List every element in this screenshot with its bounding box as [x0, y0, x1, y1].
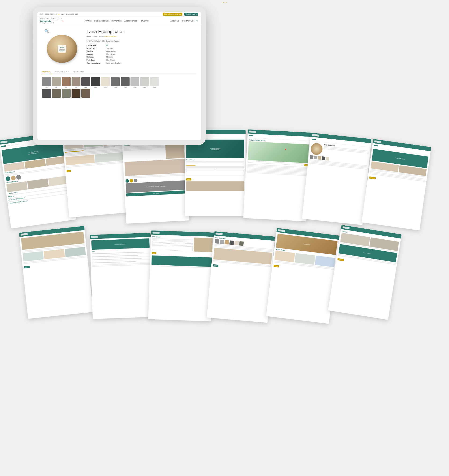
swatch-645[interactable]: #645	[101, 77, 110, 88]
tablet-screen: NZ 0 800 738 998 ● AU 1 800 150 542 Find…	[37, 12, 201, 140]
au-phone: 1 800 150 542	[66, 13, 78, 15]
design-books-chevron: ▾	[108, 20, 109, 22]
tablet-button-volume-up	[32, 33, 33, 40]
page10-side	[193, 238, 213, 257]
swatch-603[interactable]: #603	[131, 77, 139, 88]
page9-hero: Frequently Asked Questions	[91, 238, 150, 250]
swatch-r2-3[interactable]	[62, 89, 71, 98]
spec-approx: Approx: 85m / 92yds	[86, 53, 196, 56]
breadcrumb-sesia[interactable]: Sesia	[98, 35, 103, 37]
swatch-606[interactable]: #606	[150, 77, 159, 88]
tab-retailers[interactable]: RETAILERS	[74, 71, 84, 74]
page12-btn[interactable]: Browse	[274, 265, 279, 268]
retailer-map	[248, 141, 309, 163]
page10-submit[interactable]: Send	[152, 252, 156, 255]
swatch-r2-4-img	[72, 89, 80, 98]
page10-main: Write to us Send	[152, 236, 213, 257]
swatch-52[interactable]: #52	[52, 77, 61, 88]
nav-right: ABOUT US CONTACT US 🔍	[171, 20, 198, 22]
breadcrumb-home[interactable]: Home	[86, 35, 91, 37]
swatch-46[interactable]: #46	[42, 77, 51, 88]
logo-heart: ♥	[62, 20, 63, 22]
nav-accessories-label: ACCESSORIES	[125, 20, 137, 22]
nav-patterns[interactable]: PATTERNS ▾	[112, 20, 122, 22]
top-bar: NZ 0 800 738 998 ● AU 1 800 150 542 Find…	[37, 12, 201, 17]
page8-btn[interactable]: Explore	[24, 266, 30, 268]
tablet-button-volume	[32, 26, 33, 30]
spec-pack: Pack Size: 10 x 50 gms	[86, 59, 196, 62]
tablet-device: NZ 0 800 738 998 ● AU 1 800 150 542 Find…	[33, 7, 206, 145]
page10-teal-section	[152, 255, 212, 267]
yarn-brand: sesia	[59, 46, 65, 48]
swatch-606-label: #606	[153, 86, 156, 88]
swatches-grid: #46 #52 #53 #80 #152	[37, 77, 201, 88]
nav-yarns[interactable]: YARNS ▾	[85, 20, 92, 22]
breadcrumb-yarns[interactable]: Yarns	[93, 35, 97, 37]
swatch-463[interactable]: #463	[121, 77, 130, 88]
tab-design-books[interactable]: DESIGN BOOKS	[55, 71, 69, 74]
swatches-grid-row2	[37, 89, 201, 98]
tension-value: as per pattern	[106, 50, 116, 53]
screenshot-page9: Frequently Asked Questions FAQ	[90, 233, 153, 319]
swatch-46-img	[42, 77, 51, 86]
retailer-login-button[interactable]: Retailer's log in	[184, 13, 198, 16]
swatch-46-label: #46	[45, 86, 47, 88]
print-icon[interactable]: 🖨	[120, 30, 122, 33]
top-bar-contacts: NZ 0 800 738 998 ● AU 1 800 150 542	[40, 13, 78, 15]
nav-yarns-label: YARNS	[85, 20, 91, 22]
swatch-r2-1[interactable]	[42, 89, 51, 98]
nav-contact-us[interactable]: CONTACT US	[182, 20, 193, 22]
search-icon[interactable]: 🔍	[196, 20, 198, 22]
tab-shades[interactable]: SHADES	[42, 71, 50, 74]
ply-label: Ply / Weight:	[86, 44, 105, 47]
needle-label: Needle size:	[86, 47, 105, 50]
product-list-content: We always welcomeyour feedback Get In To…	[185, 138, 245, 192]
swatch-152[interactable]: #152	[81, 77, 90, 88]
logo-subtitle: Knitting New Zealand	[40, 23, 62, 24]
swatch-645-label: #645	[104, 86, 107, 88]
swatch-r2-1-img	[42, 89, 51, 98]
find-retailer-button[interactable]: Find a retailer near you	[163, 13, 182, 16]
breadcrumb: Home / Yarns / Sesia / Lana Ecologica	[86, 35, 196, 37]
yarn-list-btn[interactable]: View	[66, 170, 71, 172]
nav-accessories[interactable]: ACCESSORIES ▾	[125, 20, 138, 22]
share-icon[interactable]: ↗	[124, 30, 125, 33]
product-title: Lana Ecologica 🖨 ↗	[86, 29, 196, 34]
screenshot-about: About Us	[122, 132, 189, 224]
au-label: AU	[62, 13, 64, 15]
screenshot-product-detail: Baby Natural DK	[302, 133, 371, 225]
swatch-461[interactable]: #461	[111, 77, 120, 88]
swatch-463-label: #463	[124, 86, 126, 88]
approx-label: Approx:	[86, 53, 105, 56]
spec-ply: Ply / Weight: 10	[86, 44, 196, 47]
page13-btn[interactable]: Subscribe	[337, 258, 344, 261]
screenshot-retailer: Find your closest retailer Go	[243, 129, 311, 221]
swatch-r2-4[interactable]	[72, 89, 80, 98]
swatch-r2-2[interactable]	[52, 89, 61, 98]
swatch-605[interactable]: #605	[140, 77, 149, 88]
swatch-605-img	[140, 77, 149, 86]
page11-mockup: Yarn Collection View All	[207, 231, 275, 323]
swatch-80[interactable]: #80	[72, 77, 80, 88]
nav-crafts[interactable]: CRAFTS ▾	[141, 20, 149, 22]
page7-btn[interactable]: Shop Now	[369, 176, 376, 180]
swatch-53[interactable]: #53	[62, 77, 71, 88]
nav-about-us[interactable]: ABOUT US	[171, 20, 179, 22]
product-area: 🔍 sesia Pura Lana Ecologica Lana Ecologi…	[37, 25, 201, 68]
top-logo: ~~	[222, 0, 227, 5]
nav-design-books[interactable]: DESIGN BOOKS ▾	[94, 20, 109, 22]
swatch-606-img	[150, 77, 159, 86]
crafts-chevron: ▾	[148, 20, 149, 22]
pack-value: 10 x 50 gms	[106, 59, 115, 62]
screenshot-page13: Patterns Sign up for newsletter	[328, 225, 402, 320]
yarn-subtitle: Ecologica	[59, 50, 65, 52]
swatch-r2-5[interactable]	[81, 89, 90, 98]
zoom-icon[interactable]: 🔍	[45, 29, 49, 34]
swatch-154[interactable]: #154	[91, 77, 100, 88]
product-title-text: Lana Ecologica	[86, 29, 119, 34]
care-label: Care Instructions:	[86, 62, 105, 65]
contact-submit-btn[interactable]: Submit	[186, 178, 191, 181]
screenshot-page8: Explore	[19, 226, 93, 319]
page11-btn[interactable]: View All	[213, 264, 219, 267]
nav-design-books-label: DESIGN BOOKS	[94, 20, 108, 22]
